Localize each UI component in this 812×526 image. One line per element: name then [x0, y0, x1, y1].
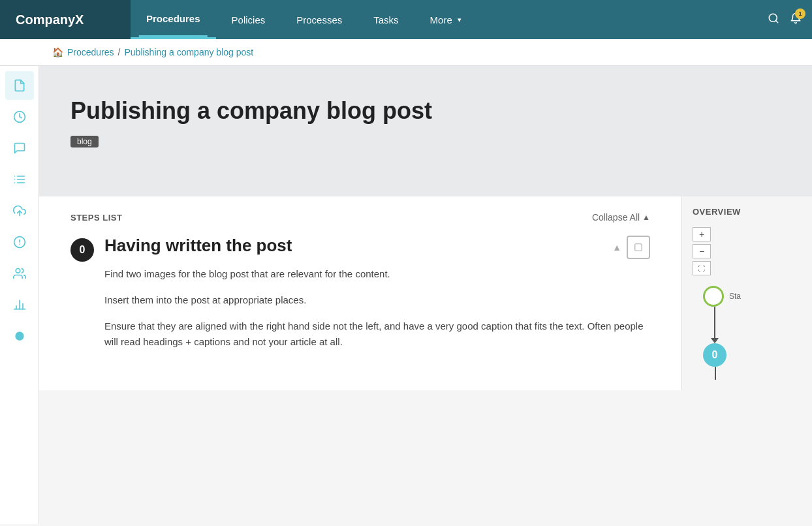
overview-diagram: Sta 0	[693, 286, 802, 380]
diagram-line-bottom	[715, 367, 716, 380]
steps-header: STEPS LIST Collapse All ▲	[70, 212, 650, 223]
step-move-up-button[interactable]: ▲	[612, 242, 621, 253]
svg-line-1	[775, 20, 777, 22]
overview-title: OVERVIEW	[693, 207, 802, 217]
brand-name: CompanyX	[16, 12, 84, 27]
sidebar-item-chat[interactable]	[5, 134, 34, 162]
nav-item-more[interactable]: More ▾	[414, 0, 477, 39]
main-layout: Publishing a company blog post blog STEP…	[0, 66, 812, 524]
diagram-connector	[711, 307, 719, 343]
hero-tag: blog	[70, 136, 99, 147]
sidebar-item-chart[interactable]	[5, 290, 34, 319]
nav-item-tasks[interactable]: Tasks	[358, 0, 414, 39]
diagram-line-top	[714, 307, 715, 339]
diagram-start-node	[703, 286, 724, 307]
diagram-node-0: 0	[703, 343, 726, 367]
nav-item-policies[interactable]: Policies	[216, 0, 281, 39]
notification-count: 1	[795, 8, 805, 19]
sidebar-item-document[interactable]	[5, 71, 34, 100]
zoom-in-button[interactable]: +	[693, 227, 711, 241]
sidebar-item-list[interactable]	[5, 165, 34, 194]
nav-item-procedures[interactable]: Procedures	[131, 0, 216, 39]
step-controls-0: ▲	[612, 236, 650, 259]
svg-point-13	[16, 269, 20, 273]
steps-section: STEPS LIST Collapse All ▲ 0 Having writt…	[39, 196, 681, 390]
step-text-0-2: Ensure that they are aligned with the ri…	[104, 318, 650, 350]
breadcrumb: 🏠 Procedures / Publishing a company blog…	[0, 39, 812, 66]
step-item-0: 0 Having written the post Find two image…	[70, 236, 650, 360]
diagram-start-label: Sta	[729, 292, 741, 301]
sidebar-item-upload[interactable]	[5, 196, 34, 225]
diagram-arrow	[711, 338, 719, 343]
breadcrumb-separator: /	[118, 47, 121, 57]
overview-controls: + − ⛶	[693, 227, 802, 275]
sidebar-item-team[interactable]	[5, 259, 34, 288]
step-content-0: Having written the post Find two images …	[104, 236, 650, 360]
brand-logo[interactable]: CompanyX	[0, 0, 131, 39]
collapse-arrow-icon: ▲	[642, 213, 650, 222]
step-expand-button[interactable]	[627, 236, 650, 259]
page-title: Publishing a company blog post	[70, 97, 781, 125]
svg-rect-19	[635, 244, 642, 251]
notification-button[interactable]: 1	[790, 12, 802, 27]
sidebar-item-dot[interactable]	[5, 322, 34, 350]
sidebar-item-clock[interactable]	[5, 102, 34, 131]
diagram-step-0: 0	[703, 343, 726, 367]
hero-banner: Publishing a company blog post blog	[39, 66, 812, 196]
step-title-0: Having written the post	[104, 236, 650, 256]
nav-items: Procedures Policies Processes Tasks More…	[131, 0, 757, 39]
collapse-all-button[interactable]: Collapse All ▲	[592, 212, 650, 223]
zoom-out-button[interactable]: −	[693, 244, 711, 258]
step-text-0-1: Insert them into the post at appropriate…	[104, 292, 650, 308]
top-nav: CompanyX Procedures Policies Processes T…	[0, 0, 812, 39]
nav-item-processes[interactable]: Processes	[281, 0, 358, 39]
home-icon: 🏠	[52, 47, 63, 57]
sidebar-item-reports[interactable]	[5, 228, 34, 256]
fullscreen-button[interactable]: ⛶	[693, 261, 711, 275]
content-area: Publishing a company blog post blog STEP…	[39, 66, 812, 524]
step-number-0: 0	[70, 238, 94, 262]
breadcrumb-home[interactable]: Procedures	[67, 47, 114, 57]
step-text-0-0: Find two images for the blog post that a…	[104, 266, 650, 282]
overview-panel: OVERVIEW + − ⛶ Sta	[681, 196, 812, 390]
sidebar	[0, 66, 39, 524]
breadcrumb-current: Publishing a company blog post	[124, 47, 253, 57]
steps-list-title: STEPS LIST	[70, 213, 122, 223]
chevron-down-icon: ▾	[458, 16, 461, 24]
search-button[interactable]	[768, 12, 779, 27]
svg-point-18	[15, 332, 23, 340]
nav-right: 1	[757, 0, 812, 39]
